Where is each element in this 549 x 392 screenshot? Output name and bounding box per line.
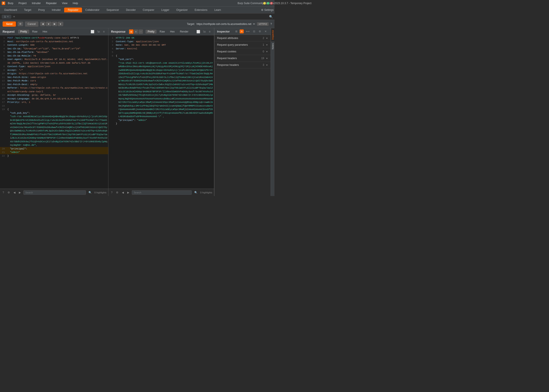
tab-organizer[interactable]: Organizer	[173, 7, 191, 12]
response-next-icon[interactable]: ▶	[126, 191, 130, 195]
main-area: Request Pretty Raw Hex ⬜ \n ≡ 1 POST /ap…	[0, 28, 274, 196]
response-prev-icon[interactable]: ◀	[121, 191, 125, 195]
tab-learn[interactable]: Learn	[211, 7, 224, 12]
inspector-list-icon[interactable]: ≡	[240, 29, 244, 33]
response-view-format-buttons: ⊞ ≡ ⋯	[129, 29, 143, 34]
request-line-14: 14 Referer: https://northpole-ssh-certs-…	[0, 86, 108, 93]
chevron-down-icon: ▼	[266, 37, 268, 39]
menu-repeater[interactable]: Repeater	[45, 1, 58, 5]
response-more-icon[interactable]: ≡	[208, 29, 211, 34]
title-bar-left: B Burp Project Intruder Repeater View He…	[2, 1, 79, 5]
request-panel-bottom: ? ⚙ ◀ ▶ 🔍 0 highlights	[0, 189, 108, 196]
tab-dashboard[interactable]: Dashboard	[1, 7, 21, 12]
tab-target[interactable]: Target	[21, 7, 35, 12]
response-format-list[interactable]: ≡	[134, 29, 138, 34]
request-code-area[interactable]: 1 POST /api/create-cert?code=candy-cane-…	[0, 35, 108, 189]
response-help-icon[interactable]: ?	[110, 191, 113, 195]
tab-close-icon[interactable]: ✕	[7, 15, 9, 18]
request-copy-icon[interactable]: ⬜	[90, 29, 95, 34]
tab-collaborator[interactable]: Collaborator	[82, 7, 103, 12]
menu-project[interactable]: Project	[18, 1, 27, 5]
side-tab-inspector[interactable]: Inspector	[271, 28, 274, 41]
response-line-3: 3 Date: Sat, 09 Dec 2023 00:00:42 GMT	[108, 43, 214, 47]
inspector-row-query-params[interactable]: Request query parameters 1 ▼	[214, 42, 271, 48]
response-line-5: 5	[108, 50, 214, 54]
inspector-row-response-headers[interactable]: Response headers 3 ▼	[214, 62, 271, 69]
history-navigation: ◀ ▼ ▶ ▼	[40, 22, 64, 26]
request-search-icon[interactable]: 🔍	[88, 191, 93, 195]
prev-button[interactable]: ◀	[40, 22, 45, 26]
request-tab-pretty[interactable]: Pretty	[18, 30, 29, 34]
menu-help[interactable]: Help	[72, 1, 79, 5]
request-help-icon[interactable]: ?	[2, 191, 5, 195]
side-tab-notes[interactable]: Notes	[271, 41, 274, 51]
response-wrap-icon[interactable]: \n	[202, 29, 207, 34]
inspector-row-request-attrs[interactable]: Request attributes 2 ▼	[214, 35, 271, 42]
send-button[interactable]: Send	[3, 21, 16, 27]
inspector-table-icon[interactable]: ⊞	[234, 29, 239, 33]
tab-intruder[interactable]: Intruder	[48, 7, 64, 12]
request-settings-icon[interactable]: ⚙	[7, 191, 11, 195]
tab-add-button[interactable]: +	[12, 15, 16, 19]
request-next-icon[interactable]: ▶	[18, 191, 22, 195]
inspector-close-icon[interactable]: ✕	[263, 29, 268, 33]
response-line-2: 2 Content-Type: application/json	[108, 40, 214, 43]
response-code-area[interactable]: 1 HTTP/2 200 OK 2 Content-Type: applicat…	[108, 35, 214, 189]
response-tab-render[interactable]: Render	[178, 30, 191, 34]
request-line-9: 9 Accept: */*	[0, 69, 108, 72]
request-line-8: 8 Content-Type: application/json	[0, 65, 108, 69]
nav-tab-bar: Dashboard Target Proxy Intruder Repeater…	[0, 7, 274, 14]
response-settings-icon[interactable]: ⚙	[115, 191, 119, 195]
request-line-22: 22 }	[0, 154, 108, 158]
menu-burp[interactable]: Burp	[7, 1, 14, 5]
request-more-icon[interactable]: ≡	[102, 29, 106, 34]
tab-extensions[interactable]: Extensions	[191, 7, 211, 12]
request-panel-header: Request Pretty Raw Hex ⬜ \n ≡	[0, 28, 108, 35]
response-line-9: }	[108, 122, 214, 126]
request-line-13: 13 Sec-Fetch-Dest: empty	[0, 83, 108, 86]
response-search-icon[interactable]: 🔍	[193, 191, 198, 195]
tab-comparer[interactable]: Comparer	[139, 7, 158, 12]
next-button[interactable]: ▶	[52, 22, 57, 26]
tab-repeater[interactable]: Repeater	[64, 7, 82, 12]
repeater-tab-1[interactable]: 1 ✕	[2, 15, 11, 19]
next-dropdown[interactable]: ▼	[58, 22, 64, 26]
edit-target-icon[interactable]: ✏	[253, 22, 255, 26]
tab-logger[interactable]: Logger	[158, 7, 173, 12]
response-tab-hex[interactable]: Hex	[168, 30, 177, 34]
tab-proxy[interactable]: Proxy	[35, 7, 48, 12]
response-search-input[interactable]	[132, 190, 192, 195]
inspector-format-icon[interactable]: ⟺	[245, 29, 251, 33]
response-panel: Response ⊞ ≡ ⋯ Pretty Raw Hex Render ⬜ \…	[108, 28, 214, 196]
response-tab-raw[interactable]: Raw	[157, 30, 167, 34]
request-tab-hex[interactable]: Hex	[41, 30, 50, 34]
response-tab-pretty[interactable]: Pretty	[145, 30, 157, 34]
request-line-5: 5 Sec-Ch-Ua-Platform: "Windows"	[0, 50, 108, 54]
inspector-row-request-headers[interactable]: Request headers 19 ▼	[214, 55, 271, 62]
cancel-button[interactable]: Cancel	[25, 21, 38, 27]
response-copy-icon[interactable]: ⬜	[195, 29, 201, 34]
request-search-input[interactable]	[23, 190, 86, 195]
response-format-grid[interactable]: ⊞	[129, 29, 133, 34]
settings-button[interactable]: ⚙ Settings	[261, 8, 274, 12]
response-format-dots[interactable]: ⋯	[138, 29, 143, 34]
settings-icon-button[interactable]: ⚙	[18, 22, 23, 26]
menu-view[interactable]: View	[61, 1, 68, 5]
tab-decoder[interactable]: Decoder	[123, 7, 139, 12]
request-line-11: 11 Sec-Fetch-Site: same-origin	[0, 76, 108, 79]
nav-dropdown[interactable]: ▼	[46, 22, 52, 26]
http-version-help-icon[interactable]: ?	[270, 22, 272, 26]
inspector-row-cookies[interactable]: Request cookies 0 ▼	[214, 48, 271, 55]
tab-sequencer[interactable]: Sequencer	[103, 7, 123, 12]
tab-search-icon[interactable]: 🔍	[269, 15, 273, 18]
request-wrap-icon[interactable]: \n	[96, 29, 101, 34]
request-tab-raw[interactable]: Raw	[30, 30, 40, 34]
inspector-settings-icon[interactable]: ⚙	[257, 29, 262, 33]
menu-intruder[interactable]: Intruder	[31, 1, 42, 5]
request-prev-icon[interactable]: ◀	[13, 191, 16, 195]
request-line-15: 15 Accept-Encoding: gzip, deflate, br	[0, 93, 108, 97]
http-version-badge[interactable]: HTTP/2	[257, 22, 269, 26]
repeater-tab-bar: 1 ✕ + 🔍	[0, 14, 274, 20]
inspector-split-icon[interactable]: ⊟	[252, 29, 257, 33]
request-line-4: 4 Sec-Ch-Ua: "Chromium";v="119", "Not?A_…	[0, 47, 108, 51]
